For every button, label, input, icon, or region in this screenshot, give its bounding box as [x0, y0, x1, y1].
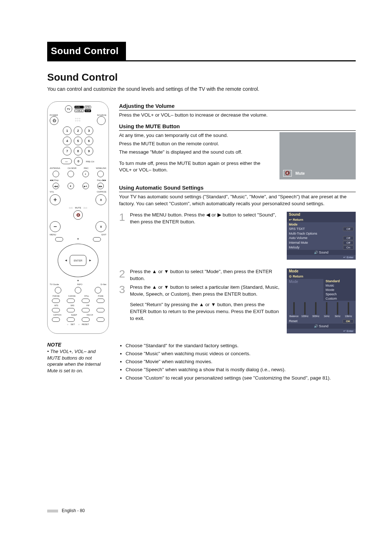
digit-0: 0	[74, 157, 83, 166]
wiselink-label: WISELINK	[96, 167, 106, 169]
page: Sound Control Sound Control You can cont…	[0, 0, 392, 535]
digit-4: 4	[63, 137, 72, 145]
step-3-text: Press the ▲ or ▼ button to select a part…	[130, 284, 279, 298]
osd1-return: ↩ Return	[287, 217, 356, 222]
sleep-btn	[67, 317, 75, 322]
rec-btn: ●	[82, 171, 89, 177]
bullet-0: Choose "Standard" for the standard facto…	[126, 342, 356, 349]
rec-label: REC	[84, 167, 89, 169]
note-text: • The VOL+, VOL– and MUTE buttons do not…	[47, 348, 109, 374]
info-btn	[75, 287, 81, 293]
power-label: POWER	[50, 114, 58, 116]
still-btn	[82, 299, 90, 303]
mute-label: MUTE	[75, 207, 81, 209]
eq-0: Balance	[289, 315, 298, 317]
osd1-av-v: Off	[343, 236, 354, 240]
step-number-2: 2	[119, 268, 126, 282]
antenna-label: ANTENNA	[50, 167, 60, 169]
osd1-mel-v: On	[343, 246, 354, 250]
ff-label: Day+/▶▶	[97, 179, 106, 181]
page-title: Sound Control	[47, 72, 356, 83]
remote-tv: TV	[65, 105, 72, 113]
osd1-srs: SRS TSXT	[289, 227, 305, 231]
pmode-label: P.MODE	[53, 295, 60, 297]
bullet-4: Choose "Custom" to recall your personali…	[126, 374, 356, 382]
power-button: ⏻	[50, 116, 58, 125]
favch-label: FAV.CH	[87, 314, 93, 316]
mute-osd-label: Mute	[295, 171, 305, 175]
psize-btn	[97, 299, 105, 303]
sleep-label: SLEEP	[71, 314, 77, 316]
eq-1: 100Hz	[301, 315, 309, 317]
bullet-3: Choose "Speech" when watching a show tha…	[126, 366, 356, 373]
osd2-enter: ↵ Enter	[287, 329, 356, 333]
osd2-ok: OK	[343, 319, 354, 323]
digit-8: 8	[74, 147, 82, 155]
remote-vcr: VCR	[85, 109, 91, 112]
osd1-im: Internal Mute	[289, 241, 308, 245]
chpage-label: CH/PAGE	[97, 191, 106, 193]
osd2-title: Mode	[287, 268, 356, 274]
chmgr-label: CH MGR	[68, 167, 76, 169]
rew-btn: ◀◀	[53, 183, 59, 189]
osd1-foot: 🔊 Sound	[287, 250, 356, 255]
remote-dvd: DVD	[74, 106, 84, 109]
osd2-reset: Reset	[289, 319, 298, 323]
wiselink-btn	[97, 171, 104, 177]
smode-label: S.MODE	[68, 295, 75, 297]
caption-label: CAPTION	[53, 314, 61, 316]
eq-3: 1kHz	[324, 315, 330, 317]
pipchup-btn	[97, 308, 105, 312]
set-label: SET	[70, 323, 75, 325]
prech-label: PRE-CH	[86, 161, 94, 163]
osd-mode-menu: Mode ⊙ Return Mode Standard Music Movie …	[287, 268, 356, 333]
osd-sound-menu: Sound ↩ Return Mode SRS TSXTOff Multi-Tr…	[287, 212, 356, 260]
exit-btn	[93, 237, 101, 242]
smode-btn	[67, 299, 75, 303]
exit-label: EXIT	[102, 234, 106, 236]
dpad: ◀ ENTER ▶	[58, 244, 98, 277]
step-number-3: 3	[119, 284, 126, 322]
chmgr-btn	[68, 171, 74, 177]
digit-6: 6	[85, 137, 93, 145]
page-footer: English - 80	[47, 508, 85, 513]
note-heading: NOTE	[47, 342, 109, 348]
osd1-title: Sound	[287, 212, 356, 217]
adjust-text: Press the VOL+ or VOL– button to increas…	[119, 112, 356, 119]
still-label: STILL	[84, 295, 89, 297]
remote-cable: CABLE	[74, 109, 84, 112]
osd2-opt-2: Movie	[326, 288, 334, 292]
caption-btn	[52, 317, 60, 322]
vol-down: −	[50, 221, 61, 232]
enter-btn: ENTER	[70, 255, 86, 266]
bullet-1: Choose "Music" when watching music video…	[126, 350, 356, 357]
srs-label: SRS	[70, 304, 74, 307]
tvguide-btn	[55, 287, 61, 293]
osd2-opt-1: Music	[326, 284, 334, 287]
pip-btn	[82, 308, 90, 312]
menu-label: MENU	[50, 234, 56, 236]
vol-up: +	[50, 194, 61, 205]
eq-4: 3kHz	[335, 315, 340, 317]
osd1-srs-v: Off	[343, 227, 354, 231]
psize-label: P.SIZE	[98, 295, 103, 297]
ch-up: ∧	[95, 194, 106, 205]
digit-9: 9	[85, 147, 93, 155]
tvguide-label: TV Guide	[50, 283, 59, 285]
remote-stb: STB	[85, 106, 91, 109]
dnet-label: D-Net	[101, 283, 106, 285]
rule	[47, 60, 356, 61]
pipchdn-btn	[97, 317, 105, 322]
mute-heading: Using the MUTE Button	[119, 123, 356, 131]
digit-5: 5	[74, 137, 82, 145]
osd2-return: ⊙ Return	[287, 274, 356, 279]
step-1-text: Press the MENU button. Press the ◀ or ▶ …	[130, 212, 279, 226]
step-3b-text: Select "Return" by pressing the ▲ or ▼ b…	[130, 301, 279, 322]
srs-btn	[67, 308, 75, 312]
source-label: SOURCE	[97, 114, 106, 116]
step-number-1: 1	[119, 212, 126, 226]
mute-icon: 🔇	[283, 170, 292, 177]
osd2-eq: Balance 100Hz 300Hz 1kHz 3kHz 10kHz	[287, 301, 356, 319]
osd2-mode-label: Mode	[287, 279, 323, 301]
mute-osd: 🔇 Mute	[279, 132, 356, 179]
